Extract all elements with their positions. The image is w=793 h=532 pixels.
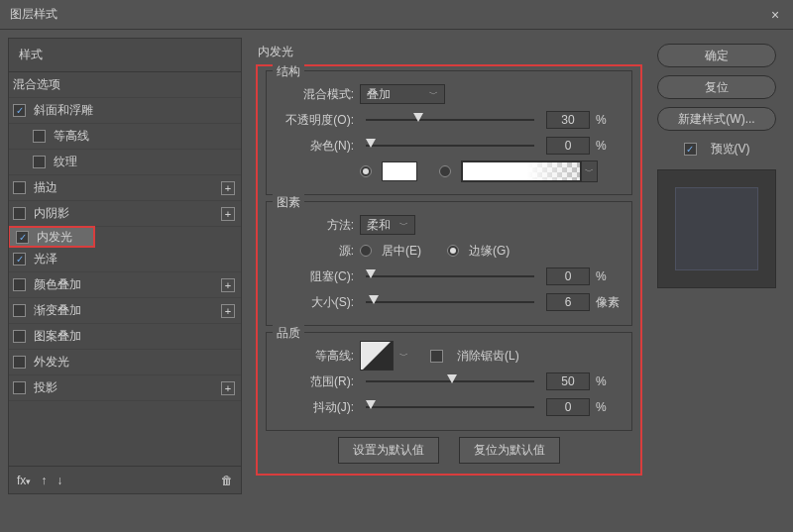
effect-row[interactable]: 颜色叠加+ xyxy=(9,272,241,298)
blend-mode-label: 混合模式: xyxy=(277,86,354,103)
method-label: 方法: xyxy=(277,217,354,234)
effect-checkbox[interactable] xyxy=(13,304,26,317)
choke-input[interactable]: 0 xyxy=(546,267,590,285)
new-style-button[interactable]: 新建样式(W)... xyxy=(657,107,776,131)
blend-mode-select[interactable]: 叠加﹀ xyxy=(360,84,445,104)
source-edge-radio[interactable] xyxy=(447,245,459,257)
size-input[interactable]: 6 xyxy=(546,293,590,311)
effect-row[interactable]: 内阴影+ xyxy=(9,201,241,227)
effect-label: 内发光 xyxy=(37,229,87,246)
preview-checkbox[interactable]: ✓ xyxy=(684,143,697,156)
opacity-input[interactable]: 30 xyxy=(546,111,590,129)
effect-checkbox[interactable] xyxy=(33,156,46,168)
chevron-down-icon[interactable]: ﹀ xyxy=(399,350,408,363)
effects-list: ✓斜面和浮雕等高线纹理描边+内阴影+✓内发光✓光泽颜色叠加+渐变叠加+图案叠加外… xyxy=(9,98,241,466)
effect-row[interactable]: 渐变叠加+ xyxy=(9,298,241,324)
effect-label: 描边 xyxy=(34,179,221,196)
settings-panel: 内发光 结构 混合模式: 叠加﹀ 不透明度(O): 30 % 杂色(N): 0 xyxy=(242,38,648,494)
effect-label: 图案叠加 xyxy=(34,328,235,345)
effect-label: 颜色叠加 xyxy=(34,276,221,293)
contour-label: 等高线: xyxy=(277,348,354,365)
jitter-input[interactable]: 0 xyxy=(546,398,590,416)
ok-button[interactable]: 确定 xyxy=(657,44,776,67)
effect-label: 外发光 xyxy=(34,354,235,371)
effect-checkbox[interactable] xyxy=(13,181,26,194)
effect-checkbox[interactable] xyxy=(13,330,26,343)
effect-row[interactable]: ✓内发光 xyxy=(9,227,94,247)
range-input[interactable]: 50 xyxy=(546,372,590,390)
range-label: 范围(R): xyxy=(277,373,354,390)
effect-checkbox[interactable] xyxy=(13,356,26,369)
color-radio[interactable] xyxy=(360,165,372,177)
contour-picker[interactable] xyxy=(360,341,394,371)
add-instance-icon[interactable]: + xyxy=(221,381,235,395)
choke-label: 阻塞(C): xyxy=(277,268,354,285)
trash-icon[interactable]: 🗑 xyxy=(221,474,233,487)
opacity-slider[interactable] xyxy=(366,111,534,129)
effect-row[interactable]: ✓斜面和浮雕 xyxy=(9,98,241,124)
effect-row[interactable]: 图案叠加 xyxy=(9,324,241,350)
make-default-button[interactable]: 设置为默认值 xyxy=(338,437,439,464)
effect-checkbox[interactable]: ✓ xyxy=(16,231,29,244)
chevron-down-icon: ﹀ xyxy=(399,219,408,232)
effect-row[interactable]: 纹理 xyxy=(9,150,241,175)
effect-row[interactable]: 描边+ xyxy=(9,175,241,201)
styles-sidebar: 样式 混合选项 ✓斜面和浮雕等高线纹理描边+内阴影+✓内发光✓光泽颜色叠加+渐变… xyxy=(8,38,242,494)
effect-checkbox[interactable]: ✓ xyxy=(13,253,26,266)
titlebar: 图层样式 × xyxy=(0,0,793,30)
source-center-radio[interactable] xyxy=(360,245,372,257)
add-instance-icon[interactable]: + xyxy=(221,278,235,292)
size-slider[interactable] xyxy=(366,293,534,311)
add-instance-icon[interactable]: + xyxy=(221,304,235,318)
jitter-label: 抖动(J): xyxy=(277,399,354,416)
sidebar-footer: fx▾ ↑ ↓ 🗑 xyxy=(9,466,241,493)
effect-row[interactable]: ✓光泽 xyxy=(9,247,241,272)
effect-label: 斜面和浮雕 xyxy=(34,102,235,119)
reset-default-button[interactable]: 复位为默认值 xyxy=(459,437,560,464)
effect-label: 内阴影 xyxy=(34,205,221,222)
arrow-up-icon[interactable]: ↑ xyxy=(41,474,47,487)
effect-row[interactable]: 等高线 xyxy=(9,124,241,150)
effect-checkbox[interactable]: ✓ xyxy=(13,104,26,117)
choke-slider[interactable] xyxy=(366,267,534,285)
reset-button[interactable]: 复位 xyxy=(657,75,776,99)
add-instance-icon[interactable]: + xyxy=(221,181,235,195)
gradient-radio[interactable] xyxy=(439,165,451,177)
range-slider[interactable] xyxy=(366,372,534,390)
styles-header: 样式 xyxy=(9,39,241,72)
effect-checkbox[interactable] xyxy=(13,207,26,220)
close-icon[interactable]: × xyxy=(767,7,783,23)
gradient-picker[interactable]: ﹀ xyxy=(461,160,598,182)
jitter-slider[interactable] xyxy=(366,398,534,416)
noise-slider[interactable] xyxy=(366,137,534,155)
window-title: 图层样式 xyxy=(10,6,767,23)
opacity-label: 不透明度(O): xyxy=(277,112,354,129)
effect-checkbox[interactable] xyxy=(13,381,26,394)
noise-input[interactable]: 0 xyxy=(546,137,590,155)
highlight-box: 结构 混合模式: 叠加﹀ 不透明度(O): 30 % 杂色(N): 0 % xyxy=(256,64,642,476)
effect-label: 渐变叠加 xyxy=(34,302,221,319)
add-instance-icon[interactable]: + xyxy=(221,207,235,221)
chevron-down-icon: ﹀ xyxy=(429,88,438,101)
right-panel: 确定 复位 新建样式(W)... ✓ 预览(V) xyxy=(648,38,785,494)
effect-label: 等高线 xyxy=(54,128,235,145)
effect-checkbox[interactable] xyxy=(33,130,46,143)
antialias-checkbox[interactable] xyxy=(430,350,443,363)
arrow-down-icon[interactable]: ↓ xyxy=(57,474,62,487)
blend-options-row[interactable]: 混合选项 xyxy=(9,72,241,98)
fx-menu[interactable]: fx▾ xyxy=(17,474,31,487)
group-quality: 品质 等高线: ﹀ 消除锯齿(L) 范围(R): 50 % 抖动(J): xyxy=(266,332,632,431)
panel-title: 内发光 xyxy=(258,44,642,60)
preview-box xyxy=(657,169,776,288)
preview-label: 预览(V) xyxy=(711,141,750,158)
effect-row[interactable]: 投影+ xyxy=(9,375,241,401)
source-label: 源: xyxy=(277,243,354,260)
effect-label: 纹理 xyxy=(54,154,235,170)
color-swatch[interactable] xyxy=(382,161,417,181)
method-select[interactable]: 柔和﹀ xyxy=(360,215,415,235)
effect-checkbox[interactable] xyxy=(13,278,26,291)
size-label: 大小(S): xyxy=(277,294,354,311)
group-structure: 结构 混合模式: 叠加﹀ 不透明度(O): 30 % 杂色(N): 0 % xyxy=(266,70,632,195)
effect-label: 光泽 xyxy=(34,251,235,267)
effect-row[interactable]: 外发光 xyxy=(9,350,241,375)
